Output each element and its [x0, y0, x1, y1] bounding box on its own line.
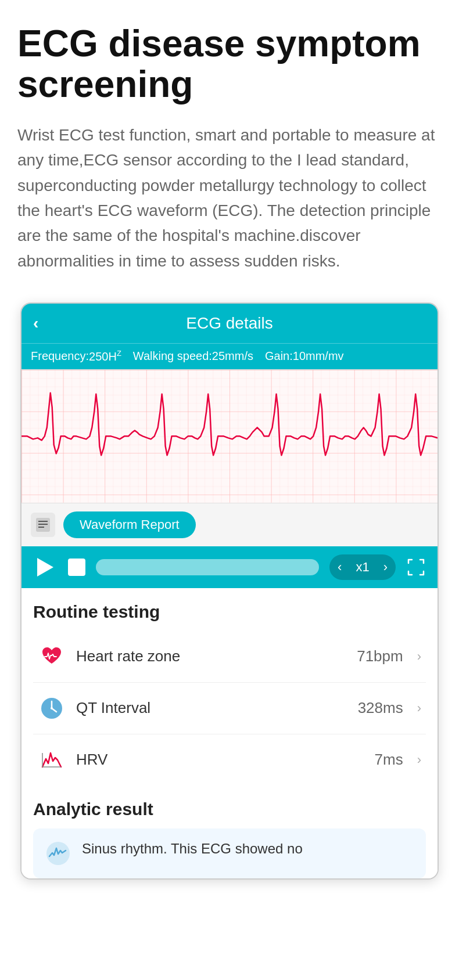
hrv-chevron: ›: [417, 752, 421, 768]
sinus-rhythm-icon: [44, 839, 73, 868]
analytic-card-text: Sinus rhythm. This ECG showed no: [82, 839, 303, 859]
speed-control: ‹ x1 ›: [329, 554, 396, 580]
sinus-icon-svg: [45, 840, 71, 867]
ecg-header: ‹ ECG details: [21, 304, 438, 343]
waveform-report-icon: [31, 513, 55, 537]
playback-bar: ‹ x1 ›: [21, 546, 438, 588]
analytic-result-section: Analytic result Sinus rhythm. This ECG s…: [21, 786, 438, 878]
ecg-chart-area: [21, 369, 438, 503]
gain-info: Gain:10mm/mv: [265, 350, 344, 363]
analytic-result-title: Analytic result: [33, 799, 426, 819]
qt-interval-value: 328ms: [358, 699, 403, 717]
app-screen: ‹ ECG details Frequency:250HZ Walking sp…: [20, 302, 439, 880]
routine-testing-section: Routine testing Heart rate zone 71bpm ›: [21, 588, 438, 786]
hrv-value: 7ms: [375, 751, 403, 769]
page-title: ECG disease symptom screening: [17, 23, 442, 105]
walking-speed-info: Walking speed:25mm/s: [133, 350, 253, 363]
frequency-value: 250HZ: [89, 350, 121, 363]
play-icon: [37, 558, 53, 577]
qt-interval-label: QT Interval: [76, 699, 347, 717]
waveform-report-button[interactable]: Waveform Report: [63, 511, 196, 538]
page-description: Wrist ECG test function, smart and porta…: [17, 123, 442, 273]
play-button[interactable]: [33, 555, 58, 579]
speed-next-button[interactable]: ›: [375, 560, 396, 575]
hrv-label: HRV: [76, 751, 364, 769]
ecg-details-title: ECG details: [186, 314, 272, 333]
back-button[interactable]: ‹: [33, 314, 38, 333]
heart-rate-chevron: ›: [417, 649, 421, 664]
report-list-icon: [35, 517, 51, 533]
heart-rate-row[interactable]: Heart rate zone 71bpm ›: [33, 631, 426, 683]
frequency-info: Frequency:250HZ: [31, 350, 121, 363]
routine-testing-title: Routine testing: [33, 602, 426, 622]
heart-rate-icon: [38, 643, 66, 671]
frequency-label: Frequency:: [31, 350, 89, 363]
qt-interval-icon: [38, 694, 66, 722]
qt-interval-svg: [39, 696, 64, 721]
waveform-report-bar: Waveform Report: [21, 503, 438, 546]
fullscreen-icon: [406, 557, 426, 577]
fullscreen-button[interactable]: [406, 557, 426, 577]
ecg-waveform: [21, 370, 438, 503]
hrv-icon: [38, 746, 66, 774]
svg-point-9: [51, 707, 53, 709]
analytic-card[interactable]: Sinus rhythm. This ECG showed no: [33, 828, 426, 878]
stop-button[interactable]: [68, 559, 85, 576]
qt-interval-chevron: ›: [417, 701, 421, 716]
heart-rate-label: Heart rate zone: [76, 647, 346, 665]
speed-prev-button[interactable]: ‹: [329, 560, 350, 575]
qt-interval-row[interactable]: QT Interval 328ms ›: [33, 683, 426, 734]
ecg-info-bar: Frequency:250HZ Walking speed:25mm/s Gai…: [21, 343, 438, 369]
page-container: ECG disease symptom screening Wrist ECG …: [0, 0, 459, 903]
heart-rate-value: 71bpm: [357, 647, 403, 665]
hrv-svg: [39, 747, 64, 773]
hrv-row[interactable]: HRV 7ms ›: [33, 734, 426, 786]
heart-rate-svg: [39, 644, 64, 669]
progress-bar[interactable]: [96, 559, 319, 575]
speed-value: x1: [350, 560, 375, 575]
